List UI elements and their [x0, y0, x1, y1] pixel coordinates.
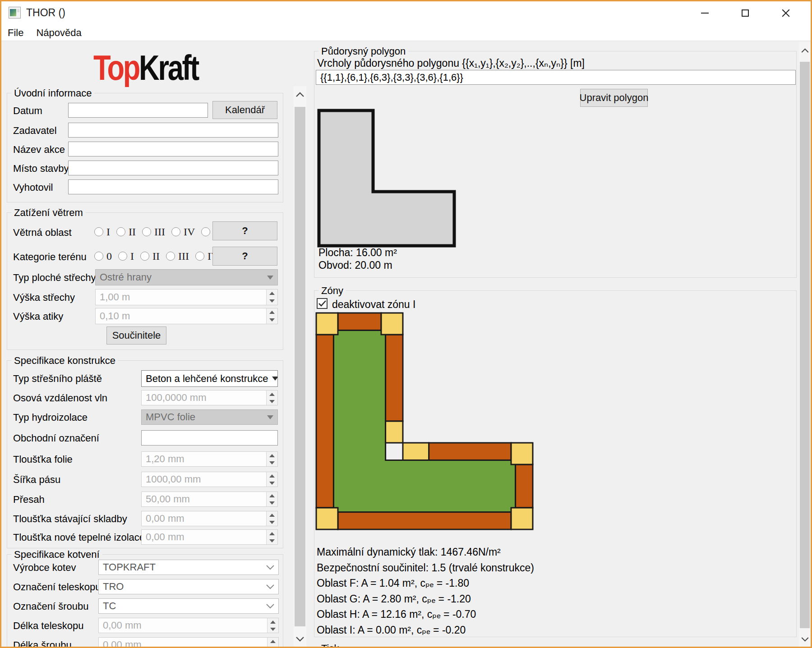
- zone-g-inner-right: [386, 335, 403, 421]
- vyska-strechy-spinner[interactable]: 1,00 m: [95, 289, 278, 305]
- oznaceni-sroubu-combo[interactable]: TC: [98, 598, 279, 614]
- oblast-h: Oblast H: A = 12.16 m², cₚₑ = -0.70: [317, 608, 534, 624]
- radio-teren-III[interactable]: [166, 252, 175, 261]
- maximize-button[interactable]: [725, 1, 766, 25]
- radio-teren-I[interactable]: [118, 252, 127, 261]
- tloustka-folie-spinner[interactable]: 1,20 mm: [141, 451, 278, 467]
- kategorie-terenu-help-button[interactable]: ?: [212, 247, 277, 266]
- radio-teren-IV[interactable]: [195, 252, 204, 261]
- nazev-akce-input[interactable]: [68, 142, 278, 156]
- app-icon: [9, 7, 21, 18]
- spin-down-icon: [269, 521, 275, 524]
- typ-hydroizolace-combo[interactable]: MPVC folie: [141, 409, 278, 425]
- delka-sroubu-label: Délka šroubu: [13, 639, 72, 647]
- menu-napoveda[interactable]: Nápověda: [30, 27, 88, 39]
- oznaceni-teleskopu-combo[interactable]: TRO: [98, 579, 279, 594]
- scroll-down-icon[interactable]: [294, 634, 306, 644]
- typ-ploche-strechy-combo[interactable]: Ostré hrany: [95, 269, 278, 285]
- kalendar-button[interactable]: Kalendář: [212, 101, 277, 119]
- spinner-buttons[interactable]: [266, 511, 277, 526]
- right-panel-scrollbar[interactable]: [799, 42, 811, 647]
- radio-vetrna-I[interactable]: [94, 227, 103, 236]
- group-tisk-title: Tisk: [318, 643, 342, 647]
- spinner-buttons[interactable]: [267, 638, 278, 647]
- polygon-vertices-input[interactable]: {{1,1},{6,1},{6,3},{3,3},{3,6},{1,6}}: [316, 70, 796, 85]
- spinner-buttons[interactable]: [267, 618, 278, 633]
- delka-sroubu-spinner[interactable]: 0,00 mm: [98, 637, 279, 647]
- tloustka-folie-label: Tloušťka folie: [13, 454, 73, 465]
- spinner-buttons[interactable]: [266, 290, 277, 305]
- zone-f-notch-horizontal: [403, 443, 429, 460]
- radio-vetrna-III[interactable]: [142, 227, 151, 236]
- delka-teleskopu-spinner[interactable]: 0,00 mm: [98, 618, 279, 633]
- scrollbar-thumb[interactable]: [800, 62, 810, 628]
- spin-up-icon: [269, 494, 275, 497]
- spin-down-icon: [270, 628, 276, 631]
- tloustka-stavajici-spinner[interactable]: 0,00 mm: [141, 511, 278, 526]
- spin-down-icon: [269, 461, 275, 464]
- deaktivovat-zonu-checkbox[interactable]: [317, 298, 328, 309]
- spinner-buttons[interactable]: [266, 530, 277, 544]
- logo-kraft: Kraft: [139, 51, 198, 85]
- vyhotovil-input[interactable]: [68, 179, 278, 194]
- obvod-text: Obvod: 20.00 m: [318, 259, 392, 271]
- sirka-pasu-spinner[interactable]: 1000,00 mm: [141, 472, 278, 487]
- datum-input[interactable]: [68, 103, 208, 118]
- spin-down-icon: [269, 400, 275, 403]
- osova-vzdalenost-spinner[interactable]: 100,0000 mm: [141, 390, 278, 405]
- radio-teren-I-label: I: [130, 250, 134, 262]
- typ-stresniho-plaste-combo[interactable]: Beton a lehčené konstrukce: [141, 370, 278, 387]
- scroll-up-icon[interactable]: [294, 89, 306, 100]
- zone-g-left: [316, 335, 333, 508]
- radio-vetrna-IV-label: IV: [184, 226, 195, 238]
- kategorie-terenu-radiogroup: 0 I II III IV: [94, 250, 225, 262]
- radio-teren-0[interactable]: [94, 252, 103, 261]
- vetrna-oblast-help-button[interactable]: ?: [212, 221, 277, 240]
- typ-hydroizolace-label: Typ hydroizolace: [13, 412, 88, 423]
- zadavatel-input[interactable]: [68, 123, 278, 138]
- misto-stavby-input[interactable]: [68, 161, 278, 175]
- group-zatizeni-vetrem-title: Zatížení větrem: [11, 207, 86, 219]
- minimize-icon: [701, 13, 709, 14]
- spinner-buttons[interactable]: [266, 391, 277, 405]
- oznaceni-sroubu-value: TC: [103, 600, 116, 612]
- close-button[interactable]: [766, 1, 806, 25]
- polygon-drawing: [317, 109, 456, 248]
- menu-file[interactable]: File: [1, 27, 30, 39]
- tloustka-nove-izolace-spinner[interactable]: 0,00 mm: [141, 529, 278, 545]
- chevron-down-icon: [266, 565, 274, 570]
- vyska-atiky-spinner[interactable]: 0,10 m: [95, 308, 278, 324]
- soucinitele-button[interactable]: Součinitele: [106, 326, 166, 345]
- spinner-buttons[interactable]: [266, 472, 277, 487]
- zone-h-region: [333, 330, 515, 512]
- spin-down-icon: [269, 539, 275, 542]
- radio-teren-II[interactable]: [140, 252, 149, 261]
- radio-vetrna-V[interactable]: [201, 227, 210, 236]
- presah-spinner[interactable]: 50,00 mm: [141, 492, 278, 507]
- radio-vetrna-II[interactable]: [116, 227, 125, 236]
- group-zony-title: Zóny: [318, 285, 346, 297]
- scrollbar-thumb[interactable]: [295, 107, 305, 626]
- vyrobce-kotev-combo[interactable]: TOPKRAFT: [98, 560, 279, 575]
- spin-up-icon: [269, 393, 275, 396]
- left-panel-scrollbar[interactable]: [294, 86, 306, 647]
- spin-down-icon: [269, 501, 275, 505]
- spin-up-icon: [269, 311, 275, 314]
- maximize-icon: [742, 9, 749, 17]
- scroll-down-icon[interactable]: [799, 634, 811, 644]
- spinner-buttons[interactable]: [266, 492, 277, 506]
- zone-f-top-left: [316, 313, 338, 335]
- spinner-buttons[interactable]: [266, 452, 277, 466]
- radio-vetrna-IV[interactable]: [171, 227, 180, 236]
- upravit-polygon-button[interactable]: Upravit polygon: [580, 89, 648, 107]
- spinner-buttons[interactable]: [266, 308, 277, 324]
- title-bar: THOR (): [1, 1, 811, 25]
- polygon-subtitle: Vrcholy půdorysného polygonu {{x₁,y₁},{x…: [317, 57, 585, 69]
- zone-f-bottom-right: [511, 508, 533, 529]
- delka-sroubu-value: 0,00 mm: [103, 639, 267, 647]
- obchodni-oznaceni-input[interactable]: [141, 430, 278, 446]
- zone-g-arm-top: [429, 443, 511, 460]
- scroll-up-icon[interactable]: [799, 46, 811, 55]
- radio-teren-III-label: III: [178, 250, 189, 262]
- minimize-button[interactable]: [684, 1, 725, 25]
